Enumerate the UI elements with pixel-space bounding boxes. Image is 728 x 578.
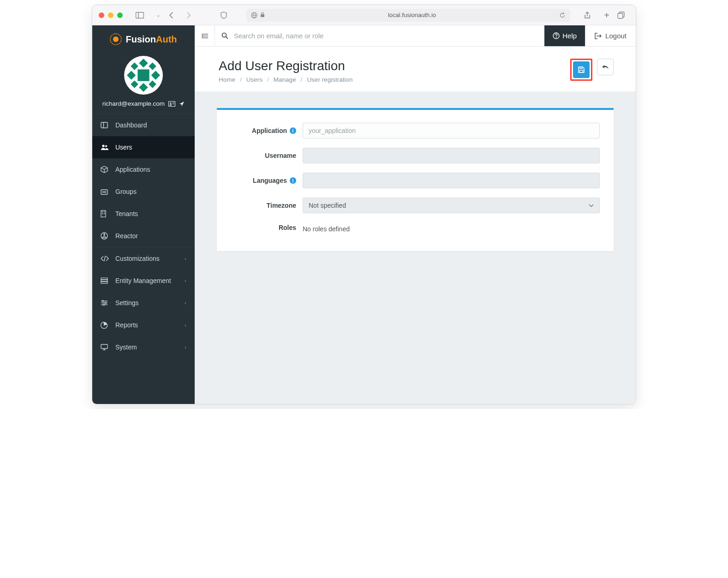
languages-label: Languages [253,177,287,184]
logout-button[interactable]: Logout [585,25,636,46]
svg-point-27 [102,192,104,193]
svg-point-52 [222,33,227,37]
svg-rect-33 [102,213,103,214]
location-arrow-icon[interactable] [179,101,185,107]
svg-point-36 [104,235,105,237]
sidebar-item-customizations[interactable]: Customizations ‹ [92,247,195,270]
crumb[interactable]: Users [246,76,263,83]
site-settings-icon [251,12,257,18]
sidebar-item-label: Reactor [115,232,138,240]
brand-name-a: Fusion [125,34,156,44]
reactor-icon [101,232,109,240]
sidebar-item-reactor[interactable]: Reactor [92,225,195,247]
application-input[interactable] [303,123,600,138]
sidebar-item-label: Dashboard [115,121,147,129]
username-input[interactable] [303,148,600,163]
nav-forward-icon[interactable] [185,12,197,18]
topbar: Help Logout [195,25,636,47]
browser-chrome: ⌄ local.fusionauth.io [92,5,636,25]
brand-logo: FusionAuth [92,25,195,53]
window-controls [99,12,123,18]
chevron-down-icon [589,204,594,207]
brand-mark-icon [110,33,122,45]
sidebar-item-applications[interactable]: Applications [92,158,195,181]
svg-point-55 [556,37,557,38]
svg-rect-5 [261,14,264,17]
back-button[interactable] [597,59,614,75]
save-button[interactable] [573,61,590,78]
svg-rect-31 [102,211,103,212]
svg-rect-7 [618,13,623,18]
vcard-icon[interactable] [168,101,175,107]
crumb: User registration [307,76,352,83]
sidebar-toggle-icon[interactable] [136,12,148,18]
avatar [124,56,163,95]
timezone-value: Not specified [309,202,346,209]
sidebar-item-dashboard[interactable]: Dashboard [92,114,195,136]
svg-point-25 [105,145,107,147]
lock-icon [260,12,265,18]
collapse-sidebar-button[interactable] [195,25,215,46]
url-bar[interactable]: local.fusionauth.io [246,9,570,22]
help-label: Help [562,32,577,40]
sidebar-item-label: Users [115,144,132,151]
monitor-icon [101,344,109,350]
groups-icon [101,188,109,195]
sidebar-item-users[interactable]: Users [92,136,195,158]
crumb[interactable]: Manage [274,76,296,83]
form-card: Application i Username [217,108,614,251]
info-icon[interactable]: i [290,127,296,134]
dashboard-icon [101,122,109,128]
svg-point-29 [105,192,107,193]
roles-value: No roles defined [303,223,600,233]
svg-point-43 [102,300,103,301]
shield-icon[interactable] [221,12,233,19]
new-tab-icon[interactable]: + [601,12,613,18]
svg-rect-38 [101,280,107,282]
sidebar-item-label: Customizations [115,255,160,262]
logout-label: Logout [605,32,627,40]
chevron-left-icon: ‹ [185,256,186,261]
save-button-highlight [570,59,592,81]
chevron-left-icon: ‹ [185,322,186,328]
sidebar: FusionAuth richard@example.com [92,25,195,404]
svg-point-44 [105,302,106,303]
svg-line-53 [226,37,228,39]
page-title: Add User Registration [219,59,352,73]
chevron-down-icon[interactable]: ⌄ [152,12,164,18]
svg-rect-0 [136,12,144,18]
sidebar-item-entity-management[interactable]: Entity Management ‹ [92,270,195,292]
sidebar-item-label: Reports [115,321,138,329]
zoom-window-icon[interactable] [117,12,123,18]
code-icon [101,256,109,261]
sidebar-item-tenants[interactable]: Tenants [92,203,195,225]
reload-icon[interactable] [559,12,566,18]
svg-rect-57 [580,67,582,69]
sidebar-item-groups[interactable]: Groups [92,181,195,203]
search-input[interactable] [234,32,538,40]
sidebar-item-system[interactable]: System ‹ [92,336,195,358]
minimize-window-icon[interactable] [108,12,113,18]
share-icon[interactable] [584,12,596,19]
database-icon [101,277,109,284]
tabs-icon[interactable] [617,12,629,19]
help-icon [553,32,560,39]
help-button[interactable]: Help [544,25,585,46]
roles-label: Roles [279,224,296,231]
timezone-select[interactable]: Not specified [303,198,600,213]
crumb[interactable]: Home [219,76,235,83]
svg-rect-39 [101,282,107,283]
sidebar-item-settings[interactable]: Settings ‹ [92,292,195,314]
close-window-icon[interactable] [99,12,104,18]
logout-icon [595,33,602,39]
svg-rect-32 [104,211,105,212]
nav-back-icon[interactable] [169,12,181,18]
languages-input[interactable] [303,173,600,188]
svg-rect-22 [101,122,107,128]
timezone-label: Timezone [267,202,296,209]
sidebar-item-reports[interactable]: Reports ‹ [92,314,195,336]
sidebar-item-label: Applications [115,166,150,173]
user-email-line: richard@example.com [92,100,195,107]
info-icon[interactable]: i [290,177,296,184]
username-label: Username [265,152,296,159]
